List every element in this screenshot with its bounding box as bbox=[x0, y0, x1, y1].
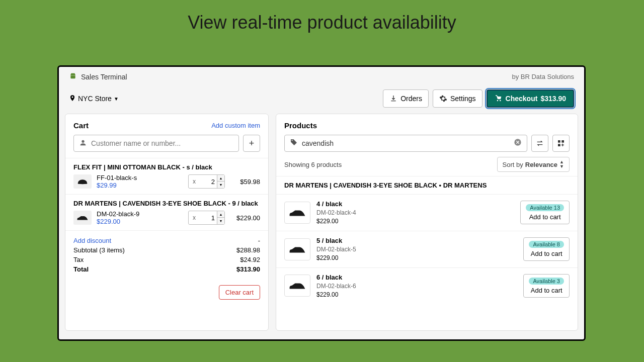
swap-button[interactable] bbox=[531, 135, 548, 152]
topbar: NYC Store ▼ Orders Settings Checkout $31… bbox=[59, 86, 584, 114]
caret-down-icon: ▼ bbox=[114, 96, 119, 102]
cart-item-sku-block: FF-01-black-s $29.99 bbox=[97, 174, 183, 189]
sort-prefix: Sort by bbox=[503, 161, 523, 168]
tax-value: $24.92 bbox=[240, 256, 260, 263]
app-title: Sales Terminal bbox=[81, 73, 127, 81]
products-title: Products bbox=[284, 121, 317, 130]
qty-x-label: x bbox=[189, 214, 200, 221]
qty-down-button[interactable]: ▼ bbox=[217, 218, 224, 224]
sort-button[interactable]: Sort by Relevance ▲▼ bbox=[497, 157, 570, 172]
variant-row: 4 / black DM-02-black-4 $229.00 Availabl… bbox=[276, 195, 578, 231]
discount-value: - bbox=[258, 237, 260, 244]
store-name: NYC Store bbox=[78, 95, 112, 103]
add-custom-item-link[interactable]: Add custom item bbox=[211, 122, 260, 129]
orders-button[interactable]: Orders bbox=[383, 89, 429, 108]
variant-price: $229.00 bbox=[316, 291, 517, 299]
clear-cart-button[interactable]: Clear cart bbox=[219, 285, 260, 300]
variant-title: 4 / black bbox=[316, 200, 514, 209]
add-to-cart-button[interactable]: Available 8 Add to cart bbox=[523, 237, 570, 261]
svg-rect-3 bbox=[561, 140, 564, 143]
variant-price: $229.00 bbox=[316, 217, 514, 226]
app-brand: Sales Terminal bbox=[69, 72, 127, 81]
byline: by BR Data Solutions bbox=[512, 73, 574, 80]
total-value: $313.90 bbox=[236, 265, 260, 273]
quantity-stepper[interactable]: x 2 ▲ ▼ bbox=[188, 174, 225, 189]
cart-item-title: DR MARTENS | CAVENDISH 3-EYE SHOE BLACK … bbox=[73, 200, 260, 207]
results-count: Showing 6 products bbox=[284, 161, 342, 168]
variant-sku: DM-02-black-4 bbox=[316, 209, 514, 217]
variant-row: 6 / black DM-02-black-6 $229.00 Availabl… bbox=[276, 268, 578, 304]
app-window: Sales Terminal by BR Data Solutions NYC … bbox=[57, 65, 586, 341]
terminal-icon bbox=[69, 72, 77, 81]
cart-item-sku-block: DM-02-black-9 $229.00 bbox=[97, 210, 183, 225]
cart-item-unit-price[interactable]: $229.00 bbox=[97, 218, 183, 225]
qty-value: 2 bbox=[200, 178, 217, 186]
product-search[interactable] bbox=[284, 135, 527, 152]
qty-x-label: x bbox=[189, 178, 200, 185]
page-heading: View real-time product availability bbox=[0, 0, 644, 42]
cart-item-line-total: $59.98 bbox=[230, 178, 260, 186]
availability-badge: Available 8 bbox=[529, 241, 564, 248]
variant-thumbnail bbox=[284, 275, 310, 297]
settings-button[interactable]: Settings bbox=[433, 89, 482, 108]
availability-badge: Available 13 bbox=[526, 204, 564, 211]
svg-point-0 bbox=[77, 183, 88, 184]
variant-info: 4 / black DM-02-black-4 $229.00 bbox=[316, 200, 514, 226]
variant-sku: DM-02-black-6 bbox=[316, 282, 517, 291]
person-icon bbox=[79, 139, 87, 148]
settings-label: Settings bbox=[450, 95, 476, 103]
cart-item-line-total: $229.00 bbox=[230, 214, 260, 222]
variant-info: 6 / black DM-02-black-6 $229.00 bbox=[316, 273, 517, 299]
orders-label: Orders bbox=[400, 95, 422, 103]
add-customer-button[interactable]: + bbox=[243, 135, 260, 152]
cart-summary: Add discount - Subtotal (3 items) $288.9… bbox=[65, 230, 268, 281]
topbar-actions: Orders Settings Checkout $313.90 bbox=[383, 89, 574, 108]
plus-icon: + bbox=[249, 138, 255, 149]
add-discount-link[interactable]: Add discount bbox=[73, 237, 111, 244]
cart-item-title: FLEX FIT | MINI OTTOMAN BLACK - s / blac… bbox=[73, 163, 260, 171]
add-to-cart-label: Add to cart bbox=[531, 287, 562, 294]
customer-input-group[interactable] bbox=[73, 135, 239, 152]
variant-row: 5 / black DM-02-black-5 $229.00 Availabl… bbox=[276, 231, 578, 268]
subtotal-value: $288.98 bbox=[236, 246, 260, 254]
store-selector[interactable]: NYC Store ▼ bbox=[69, 95, 119, 103]
product-search-input[interactable] bbox=[302, 139, 510, 147]
variant-price: $229.00 bbox=[316, 254, 517, 262]
sort-value: Relevance bbox=[525, 161, 557, 168]
product-thumbnail bbox=[73, 174, 92, 189]
cart-item-sku: DM-02-black-9 bbox=[97, 210, 183, 218]
variant-title: 6 / black bbox=[316, 273, 517, 282]
qty-value: 1 bbox=[200, 214, 217, 222]
variant-info: 5 / black DM-02-black-5 $229.00 bbox=[316, 236, 517, 262]
products-panel: Products bbox=[276, 114, 578, 331]
add-to-cart-button[interactable]: Available 13 Add to cart bbox=[520, 201, 570, 224]
product-thumbnail bbox=[73, 211, 92, 225]
cart-item-unit-price[interactable]: $29.99 bbox=[97, 182, 183, 189]
product-group-header: DR MARTENS | CAVENDISH 3-EYE SHOE BLACK … bbox=[276, 176, 578, 195]
quantity-stepper[interactable]: x 1 ▲ ▼ bbox=[188, 211, 225, 225]
total-label: Total bbox=[73, 265, 89, 273]
clear-search-icon[interactable] bbox=[514, 138, 522, 148]
cart-panel: Cart Add custom item + FLEX FIT | MINI O… bbox=[65, 114, 269, 331]
variant-title: 5 / black bbox=[316, 236, 517, 245]
subtotal-label: Subtotal (3 items) bbox=[73, 246, 125, 254]
cart-title: Cart bbox=[73, 121, 89, 130]
cart-item: DR MARTENS | CAVENDISH 3-EYE SHOE BLACK … bbox=[65, 194, 268, 230]
location-icon bbox=[69, 95, 76, 103]
qty-up-button[interactable]: ▲ bbox=[217, 175, 224, 182]
qty-down-button[interactable]: ▼ bbox=[217, 182, 224, 188]
add-to-cart-label: Add to cart bbox=[529, 213, 561, 221]
qty-up-button[interactable]: ▲ bbox=[217, 211, 224, 218]
cart-item-sku: FF-01-black-s bbox=[97, 174, 183, 182]
customer-input[interactable] bbox=[91, 139, 233, 147]
tax-label: Tax bbox=[73, 256, 84, 263]
tag-icon bbox=[290, 138, 298, 148]
checkout-label: Checkout bbox=[506, 95, 538, 103]
add-to-cart-button[interactable]: Available 3 Add to cart bbox=[523, 274, 570, 298]
svg-rect-2 bbox=[558, 140, 560, 143]
cart-item: FLEX FIT | MINI OTTOMAN BLACK - s / blac… bbox=[65, 158, 268, 194]
grid-view-button[interactable] bbox=[552, 135, 570, 152]
checkout-button[interactable]: Checkout $313.90 bbox=[487, 89, 574, 108]
svg-rect-4 bbox=[558, 144, 560, 146]
app-header: Sales Terminal by BR Data Solutions bbox=[59, 67, 584, 86]
